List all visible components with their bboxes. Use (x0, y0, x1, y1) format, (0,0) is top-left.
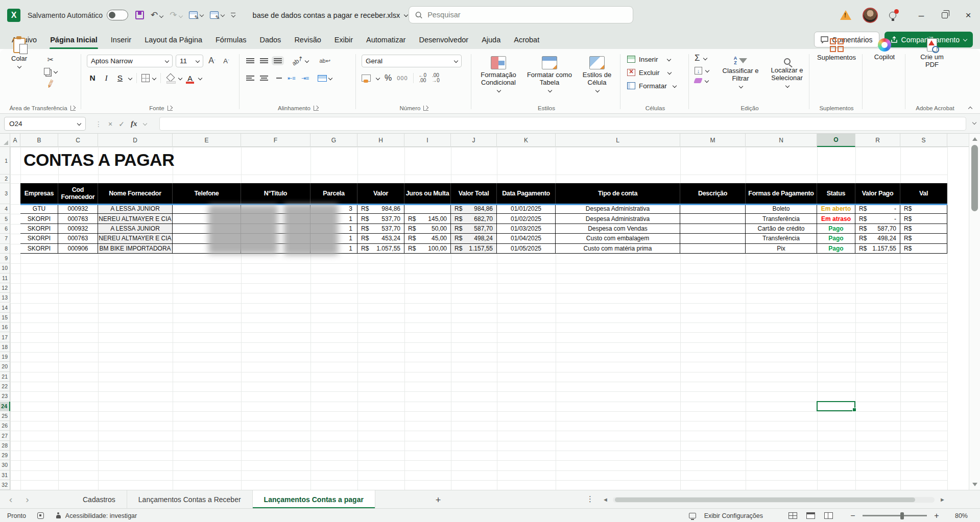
formula-input[interactable] (159, 117, 966, 131)
table-cell-tipo-row6[interactable]: Despesa com Vendas (556, 224, 680, 234)
table-cell-status-row8[interactable]: Pago (817, 244, 855, 254)
excel-logo-icon[interactable]: X (7, 9, 20, 22)
table-cell-cod-row7[interactable]: 000763 (58, 234, 98, 243)
zoom-slider[interactable] (863, 515, 927, 516)
table-cell-status-row4[interactable]: Em aberto (817, 204, 855, 214)
font-family-select[interactable]: Aptos Narrow (87, 55, 173, 67)
table-cell-forma-row7[interactable]: Transferência (746, 234, 817, 243)
table-cell-tipo-row5[interactable]: Despesa Administrativa (556, 214, 680, 223)
row-header-25[interactable]: 25 (0, 411, 10, 421)
fill-color-icon[interactable] (165, 74, 176, 82)
table-cell-extra-row8[interactable]: R$ (900, 244, 947, 254)
sheet-tab-lançamentos-contas-a-pagar[interactable]: Lançamentos Contas a pagar (253, 490, 375, 509)
decrease-indent-icon[interactable]: ⇤≡ (288, 75, 296, 82)
table-cell-empresa-row7[interactable]: SKORPI (20, 234, 58, 243)
draft-table-icon-2[interactable] (210, 11, 219, 19)
search-box[interactable] (409, 6, 633, 23)
table-cell-cod-row6[interactable]: 000932 (58, 224, 98, 234)
orientation-icon[interactable]: ab↗ (291, 55, 304, 67)
column-header-G[interactable]: G (310, 134, 357, 147)
table-cell-juros-row5[interactable]: R$145,00 (404, 214, 451, 223)
search-input[interactable] (427, 11, 627, 19)
insert-cells-button[interactable]: Inserir (627, 53, 676, 66)
draft-table-icon-1[interactable] (189, 11, 198, 19)
wrap-text-icon[interactable]: ab↩ (319, 58, 330, 64)
table-cell-cod-row5[interactable]: 000763 (58, 214, 98, 223)
row-header-27[interactable]: 27 (0, 431, 10, 440)
column-header-L[interactable]: L (556, 134, 680, 147)
column-header-M[interactable]: M (680, 134, 746, 147)
fill-down-icon[interactable]: ↓ (695, 67, 702, 74)
column-header-E[interactable]: E (173, 134, 241, 147)
table-cell-valor_total-row4[interactable]: R$984,86 (451, 204, 497, 214)
normal-view-button[interactable] (788, 512, 797, 519)
zoom-in-button[interactable]: + (933, 511, 940, 520)
number-format-select[interactable]: Geral (362, 55, 462, 67)
next-sheet-icon[interactable]: › (26, 494, 29, 505)
row-header-11[interactable]: 11 (0, 274, 10, 283)
cell-styles-button[interactable]: Estilos de Célula (577, 52, 617, 101)
align-left-icon[interactable] (246, 76, 254, 81)
table-cell-descricao-row8[interactable] (680, 244, 746, 254)
row-header-5[interactable]: 5 (0, 214, 10, 223)
format-painter-icon[interactable]: 🖉 (43, 76, 58, 90)
row-header-32[interactable]: 32 (0, 480, 10, 490)
row-header-26[interactable]: 26 (0, 421, 10, 431)
table-header-H[interactable]: Valor (357, 183, 404, 204)
table-cell-tipo-row4[interactable]: Despesa Administrativa (556, 204, 680, 214)
table-header-B[interactable]: Empresas (20, 183, 58, 204)
table-cell-status-row7[interactable]: Pago (817, 234, 855, 243)
warning-icon[interactable] (840, 10, 851, 20)
row-header-31[interactable]: 31 (0, 470, 10, 480)
row-header-2[interactable]: 2 (0, 175, 10, 183)
row-header-10[interactable]: 10 (0, 263, 10, 273)
horizontal-scrollbar[interactable] (613, 497, 935, 503)
table-cell-nome-row4[interactable]: A LESSA JUNIOR (98, 204, 173, 214)
table-cell-valor-row4[interactable]: R$984,86 (357, 204, 404, 214)
sheet-title[interactable]: CONTAS A PAGAR (23, 150, 174, 170)
undo-icon[interactable]: ↶ (151, 10, 163, 20)
row-header-8[interactable]: 8 (0, 244, 10, 254)
column-header-O[interactable]: O (817, 134, 855, 147)
table-cell-valor_pago-row5[interactable]: R$- (855, 214, 900, 223)
table-cell-status-row5[interactable]: Em atraso (817, 214, 855, 223)
prev-sheet-icon[interactable]: ‹ (9, 494, 12, 505)
autosum-icon[interactable]: Σ (695, 53, 700, 63)
document-title-chevron-icon[interactable] (404, 13, 408, 17)
table-cell-tipo-row8[interactable]: Custo com matéria prima (556, 244, 680, 254)
table-header-N[interactable]: Formas de Pagamento (746, 183, 817, 204)
accessibility-status[interactable]: Acessibilidade: investigar (55, 512, 137, 519)
format-as-table-button[interactable]: Formatar como Tabela (526, 52, 573, 101)
paste-button[interactable]: Colar (11, 38, 27, 82)
column-header-S[interactable]: S (900, 134, 947, 147)
scroll-down-icon[interactable] (972, 483, 977, 486)
table-cell-nome-row5[interactable]: NEREU ALTMAYER E CIA (98, 214, 173, 223)
ribbon-tab-layout-da-página[interactable]: Layout da Página (138, 30, 209, 49)
restore-button[interactable] (933, 0, 957, 30)
table-cell-empresa-row5[interactable]: SKORPI (20, 214, 58, 223)
table-cell-descricao-row5[interactable] (680, 214, 746, 223)
confirm-entry-icon[interactable]: ✓ (118, 120, 125, 128)
column-header-A[interactable]: A (10, 134, 20, 147)
clear-icon[interactable] (694, 78, 703, 83)
row-header-18[interactable]: 18 (0, 342, 10, 352)
save-icon[interactable] (135, 11, 144, 19)
user-avatar[interactable] (863, 8, 878, 23)
table-cell-empresa-row6[interactable]: SKORPI (20, 224, 58, 234)
row-header-1[interactable]: 1 (0, 147, 10, 175)
table-cell-descricao-row6[interactable] (680, 224, 746, 234)
table-header-D[interactable]: Nome Fornecedor (98, 183, 173, 204)
delete-cells-button[interactable]: Excluir (627, 66, 676, 79)
ribbon-tab-acrobat[interactable]: Acrobat (507, 30, 546, 49)
table-header-L[interactable]: Tipo de conta (556, 183, 680, 204)
table-cell-forma-row6[interactable]: Cartão de crédito (746, 224, 817, 234)
decrease-font-icon[interactable]: Aˇ (221, 55, 232, 66)
table-cell-forma-row8[interactable]: Pix (746, 244, 817, 254)
document-title[interactable]: base de dados contas a pagar e receber.x… (253, 11, 400, 19)
clipboard-dialog-launcher-icon[interactable] (70, 106, 76, 111)
close-button[interactable]: × (957, 0, 980, 30)
number-dialog-launcher-icon[interactable] (423, 106, 428, 111)
table-header-E[interactable]: Telefone (173, 183, 241, 204)
redo-icon[interactable]: ↷ (170, 10, 182, 20)
ribbon-tab-ajuda[interactable]: Ajuda (475, 30, 507, 49)
